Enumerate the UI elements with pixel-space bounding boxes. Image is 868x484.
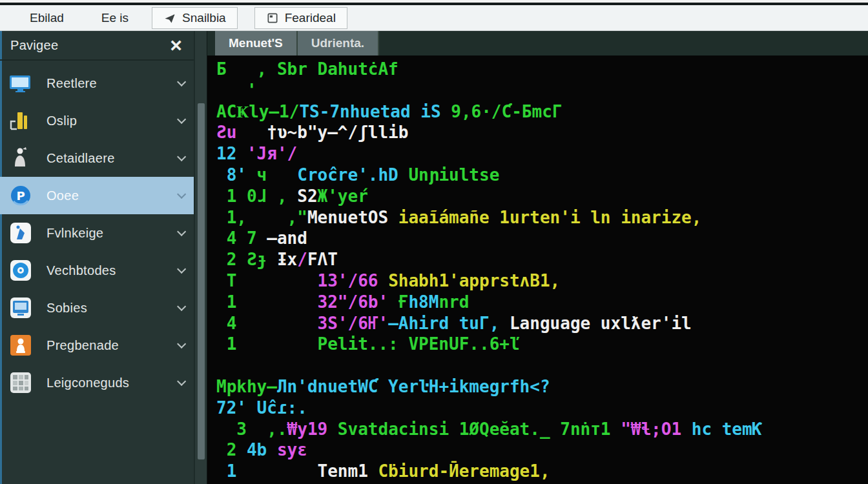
- sidebar-item-sobies[interactable]: Sobies: [0, 289, 194, 327]
- chevron-down-icon: [177, 152, 186, 161]
- monitor-icon: [9, 72, 32, 95]
- person-icon: [9, 146, 32, 170]
- menu-button-fearideal[interactable]: Fearideal: [254, 7, 347, 29]
- terminal-line: ': [216, 80, 868, 101]
- sidebar-item-label: Cetaidlaere: [46, 151, 177, 166]
- app-window: EbiladEe isSnailbiaFearideal Pavigee × R…: [0, 0, 868, 484]
- terminal-output: Б , Sbr DahutċAf 'ACҜly—1/TS-7nhuetad iS…: [207, 57, 868, 484]
- chevron-down-icon: [177, 265, 186, 274]
- sidebar-item-label: Oslip: [46, 114, 177, 128]
- sidebar-item-label: Sobies: [46, 301, 177, 316]
- sidebar-item-list: ReetlereOslipCetaidlaerePOoeeFvlnkeigeVe…: [0, 61, 194, 401]
- menu-item-ebilad[interactable]: Ebilad: [23, 11, 70, 25]
- bird-icon: [9, 221, 32, 245]
- chevron-down-icon: [177, 227, 186, 236]
- menu-bar: EbiladEe isSnailbiaFearideal: [0, 5, 868, 31]
- terminal-line: 72' Uĉɾ:.: [216, 398, 868, 419]
- window-icon: [266, 12, 279, 25]
- svg-text:P: P: [16, 189, 25, 203]
- chevron-down-icon: [177, 339, 186, 348]
- pawn-icon: [9, 334, 32, 357]
- terminal-line: T 13'/66 Shabh1'apprstʌB1,: [216, 270, 868, 292]
- terminal-line: 4 3S'/6Ҥ'—Ahird tuГ, Language uxlƛer'il: [216, 313, 868, 334]
- terminal-line: 1 Tenm1 Cḃiurd-Ӣeremage1,: [216, 461, 868, 482]
- sidebar-item-label: Pregbenade: [46, 338, 177, 353]
- sidebar-item-oslip[interactable]: Oslip: [0, 102, 194, 139]
- menu-item-ee-is[interactable]: Ee is: [95, 11, 135, 25]
- scrollbar-thumb[interactable]: [198, 103, 205, 459]
- tab-menuet-s[interactable]: Menuet'S: [215, 31, 298, 55]
- terminal-line: 1 0ɺ , S2Ж'yeŕ: [216, 186, 868, 207]
- plane-icon: [163, 12, 176, 25]
- terminal-line: 4 7 —and: [216, 228, 868, 249]
- chevron-down-icon: [177, 190, 186, 199]
- sidebar-item-cetaidlaere[interactable]: Cetaidlaere: [0, 139, 194, 177]
- sidebar-item-label: Fvlnkeige: [46, 226, 177, 241]
- terminal-line: Ƨu †ʋ~b"y—^/ʃllib: [216, 122, 868, 143]
- window-top-strip: [0, 0, 868, 5]
- sidebar-title: Pavigee: [10, 38, 170, 53]
- terminal-line: 12 'Jя'/: [216, 143, 868, 165]
- sidebar-item-reetlere[interactable]: Reetlere: [0, 65, 194, 102]
- screen-icon: [9, 296, 32, 319]
- terminal-line: 1 32"/6b' Ғh8Mnrd: [216, 292, 868, 313]
- terminal-line: 2 Ƨɟ Ɨx/FΛT: [216, 249, 868, 270]
- terminal-line: ACҜly—1/TS-7nhuetad iS 9,6·/Ƈ-БmcГ: [216, 101, 868, 123]
- sidebar-item-vechbtodes[interactable]: Vechbtodes: [0, 252, 194, 289]
- sidebar-item-label: Vechbtodes: [46, 263, 177, 278]
- menu-label: Snailbia: [182, 11, 226, 25]
- sidebar-item-ooee[interactable]: POoee: [0, 177, 194, 214]
- terminal-line: 1, ,"MenuetOS iaaĩámañe 1urten'i ln inar…: [216, 207, 868, 228]
- tab-udrienta[interactable]: Udrienta.: [298, 31, 379, 55]
- menu-label: Fearideal: [285, 11, 336, 25]
- menu-label: Ebilad: [30, 11, 64, 25]
- tab-bar: Menuet'SUdrienta.: [207, 31, 868, 57]
- sidebar-item-fvlnkeige[interactable]: Fvlnkeige: [0, 214, 194, 252]
- chevron-down-icon: [177, 377, 186, 386]
- sidebar-item-label: Ooee: [46, 188, 177, 203]
- terminal-line: [216, 355, 868, 376]
- terminal-line: 1 Pelit..: VPEnUF..6+ľ: [216, 334, 868, 355]
- terminal-line: Mpkhy—Лn'dnuetWƇ YerŀH+ikmegrfh<?: [216, 376, 868, 398]
- sidebar-item-label: Reetlere: [46, 76, 177, 91]
- terminal-line: 3 ,.₩y19 Svatdacinsi 1ØQeĕat._ 7nṅт1 "₩ɬ…: [216, 419, 868, 440]
- disc-icon: [9, 259, 32, 282]
- main-area: Pavigee × ReetlereOslipCetaidlaerePOoeeF…: [0, 31, 868, 484]
- sidebar-item-label: Leigconeguds: [46, 376, 177, 390]
- terminal-line: Б , Sbr DahutċAf: [216, 59, 868, 80]
- p-badge-icon: P: [9, 184, 32, 207]
- terminal-line: 8' ч Croĉre'.hD Unɲiultse: [216, 165, 868, 186]
- sidebar-header: Pavigee ×: [0, 31, 194, 61]
- chart-icon: [9, 109, 32, 132]
- chevron-down-icon: [177, 77, 186, 86]
- chevron-down-icon: [177, 115, 186, 124]
- terminal-line: 2 4b syε: [216, 439, 868, 461]
- sidebar-scrollbar[interactable]: [195, 31, 207, 484]
- chevron-down-icon: [177, 302, 186, 311]
- sidebar-item-leigconeguds[interactable]: Leigconeguds: [0, 364, 194, 401]
- sidebar-panel: Pavigee × ReetlereOslipCetaidlaerePOoeeF…: [0, 31, 195, 484]
- close-icon[interactable]: ×: [170, 36, 182, 54]
- menu-label: Ee is: [101, 11, 129, 25]
- content-area: Menuet'SUdrienta. Б , Sbr DahutċAf 'ACҜl…: [207, 31, 868, 484]
- mosaic-icon: [9, 371, 32, 394]
- sidebar-item-pregbenade[interactable]: Pregbenade: [0, 327, 194, 364]
- menu-button-snailbia[interactable]: Snailbia: [152, 7, 238, 29]
